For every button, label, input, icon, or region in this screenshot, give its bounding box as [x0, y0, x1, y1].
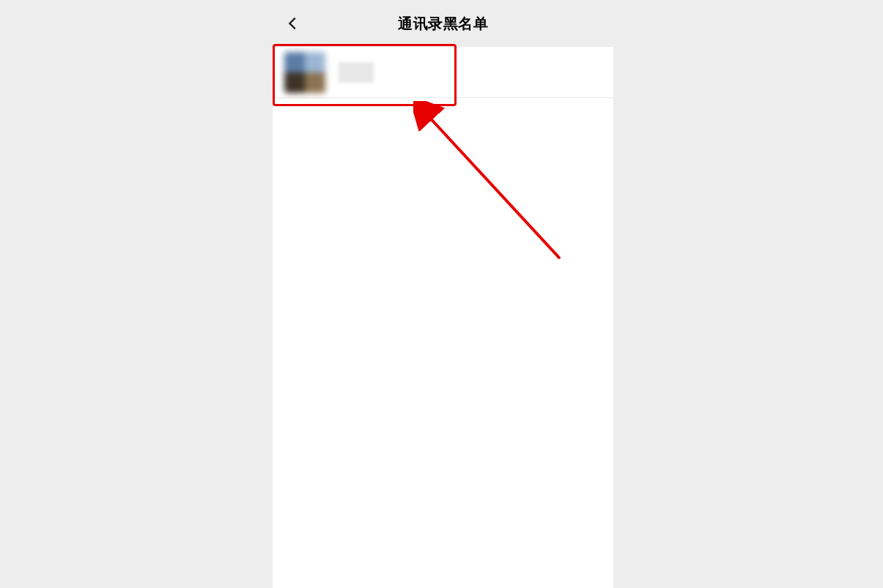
blacklist-contacts	[273, 47, 613, 98]
back-button[interactable]	[284, 15, 302, 32]
contact-name	[339, 62, 374, 83]
page-title: 通讯录黑名单	[398, 14, 488, 34]
header-bar: 通讯录黑名单	[273, 0, 613, 47]
avatar	[284, 52, 325, 93]
chevron-left-icon	[285, 15, 301, 31]
contact-row[interactable]	[273, 47, 613, 98]
annotation-arrow	[413, 101, 574, 269]
app-screen: 通讯录黑名单	[273, 0, 613, 588]
svg-line-1	[428, 116, 560, 258]
